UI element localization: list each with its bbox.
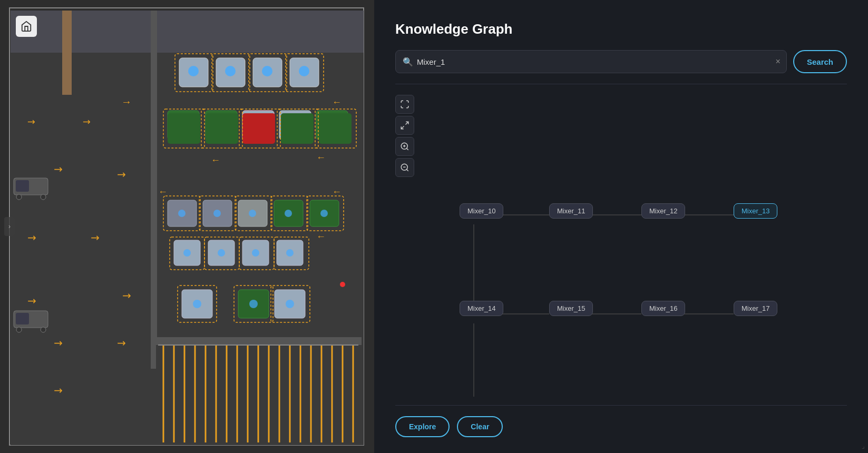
viewport-home-button[interactable]	[16, 16, 37, 37]
svg-rect-5	[151, 11, 157, 369]
svg-point-64	[320, 210, 328, 217]
svg-point-8	[188, 66, 199, 76]
svg-rect-6	[151, 337, 362, 345]
svg-text:←: ←	[211, 155, 220, 165]
zoom-out-button[interactable]	[395, 158, 414, 177]
search-button[interactable]: Search	[793, 50, 847, 73]
bottom-divider	[395, 405, 847, 406]
svg-rect-36	[319, 113, 352, 144]
svg-point-58	[213, 210, 221, 217]
explore-button[interactable]: Explore	[395, 416, 450, 437]
node-mixer_12[interactable]: Mixer_12	[641, 203, 685, 219]
svg-line-126	[406, 122, 408, 124]
resize-handle[interactable]: ⌟	[862, 442, 865, 450]
svg-point-10	[225, 66, 236, 76]
svg-point-75	[252, 249, 259, 257]
svg-point-71	[183, 249, 191, 257]
expand-button[interactable]	[395, 116, 414, 135]
chevron-left-icon: ›	[8, 223, 11, 230]
graph-connections-svg	[423, 93, 847, 397]
svg-point-118	[16, 194, 22, 200]
clear-icon: ×	[776, 57, 781, 66]
fit-view-button[interactable]	[395, 95, 414, 114]
node-mixer_11[interactable]: Mixer_11	[549, 203, 593, 219]
svg-point-62	[285, 210, 292, 217]
search-icon: 🔍	[403, 57, 413, 67]
svg-point-83	[193, 300, 201, 308]
svg-line-129	[406, 148, 408, 150]
node-mixer_14[interactable]: Mixer_14	[460, 301, 503, 316]
svg-text:←: ←	[332, 97, 342, 107]
viewport-canvas: → ↗ ↗ ↗ ↗ ↗ ↗ ↗ ↗ ↗ ← ← ←	[0, 0, 374, 453]
action-buttons: Explore Clear	[395, 416, 847, 437]
search-row: 🔍 × Search	[395, 50, 847, 73]
svg-text:←: ←	[316, 231, 326, 242]
node-mixer_17[interactable]: Mixer_17	[734, 301, 777, 316]
top-divider	[395, 84, 847, 84]
node-mixer_16[interactable]: Mixer_16	[641, 301, 685, 316]
search-clear-button[interactable]: ×	[776, 57, 781, 66]
svg-rect-35	[281, 113, 314, 144]
svg-rect-117	[16, 180, 29, 192]
node-mixer_13[interactable]: Mixer_13	[734, 203, 777, 219]
graph-controls	[395, 95, 414, 397]
svg-point-77	[286, 249, 294, 257]
search-input-wrapper: 🔍 ×	[395, 50, 787, 73]
svg-rect-34	[242, 113, 275, 144]
svg-rect-4	[62, 11, 72, 95]
graph-area: Mixer_10Mixer_11Mixer_12Mixer_13Mixer_14…	[395, 93, 847, 397]
svg-point-87	[286, 300, 294, 308]
svg-point-60	[249, 210, 256, 217]
svg-rect-33	[206, 113, 238, 144]
clear-button[interactable]: Clear	[457, 416, 503, 437]
svg-text:→: →	[121, 96, 132, 107]
svg-point-56	[178, 210, 186, 217]
svg-rect-113	[16, 313, 29, 324]
svg-point-85	[249, 300, 258, 308]
svg-point-119	[41, 194, 46, 200]
viewport-collapse-button[interactable]: ›	[4, 217, 15, 236]
viewport-panel: → ↗ ↗ ↗ ↗ ↗ ↗ ↗ ↗ ↗ ← ← ←	[0, 0, 374, 453]
svg-rect-32	[168, 113, 200, 144]
svg-point-73	[218, 249, 225, 257]
node-mixer_15[interactable]: Mixer_15	[549, 301, 593, 316]
svg-point-125	[340, 282, 345, 287]
svg-point-114	[16, 327, 22, 332]
svg-text:←: ←	[158, 186, 168, 197]
zoom-in-button[interactable]	[395, 137, 414, 156]
svg-point-12	[262, 66, 272, 76]
node-mixer_10[interactable]: Mixer_10	[460, 203, 503, 219]
panel-title: Knowledge Graph	[395, 21, 847, 37]
svg-line-127	[401, 126, 404, 129]
svg-line-133	[406, 169, 408, 171]
svg-point-115	[41, 327, 46, 332]
svg-text:←: ←	[316, 152, 326, 163]
svg-point-14	[299, 66, 309, 76]
graph-nodes-area: Mixer_10Mixer_11Mixer_12Mixer_13Mixer_14…	[423, 93, 847, 397]
search-input[interactable]	[395, 50, 787, 73]
bottom-bar: Explore Clear	[395, 397, 847, 437]
knowledge-graph-panel: Knowledge Graph 🔍 × Search	[374, 0, 868, 453]
svg-text:←: ←	[332, 186, 342, 197]
